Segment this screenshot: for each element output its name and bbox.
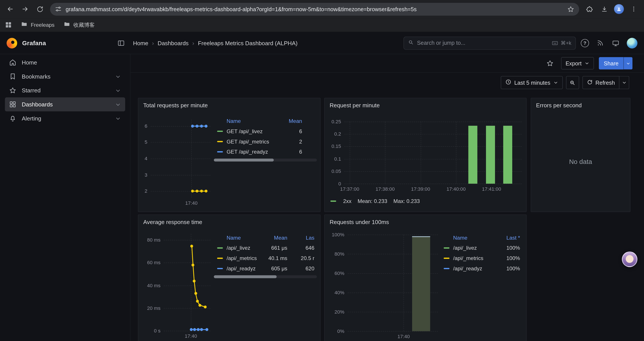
legend-column-header[interactable]: Mean <box>278 118 302 124</box>
legend-series-name[interactable]: /api/_metrics <box>453 255 494 261</box>
legend-series-name[interactable]: GET /api/_metrics <box>227 138 278 145</box>
breadcrumb-dashboards[interactable]: Dashboards <box>158 40 188 46</box>
legend-series-name[interactable]: GET /api/_livez <box>227 128 278 134</box>
legend-series-value: 100% <box>494 265 520 272</box>
legend-scrollbar[interactable] <box>214 159 317 162</box>
legend-series-name[interactable]: /api/_livez <box>453 245 494 251</box>
profile-avatar[interactable] <box>614 4 624 14</box>
bookmark-blog[interactable]: 收藏博客 <box>64 21 95 29</box>
y-tick-label: 60 ms <box>138 260 160 265</box>
sidebar-item-bookmarks[interactable]: Bookmarks <box>5 69 125 83</box>
legend-column-header[interactable]: Name <box>227 234 259 240</box>
search-input[interactable] <box>417 40 548 46</box>
site-settings-icon[interactable] <box>55 6 62 12</box>
bookmark-freeleaps[interactable]: Freeleaps <box>21 21 54 29</box>
legend-series-name[interactable]: /api/_livez <box>227 245 259 251</box>
panel-title[interactable]: Total requests per minute <box>138 98 320 112</box>
legend-row[interactable]: /api/_metrics100% <box>440 253 526 263</box>
series-point <box>205 125 208 128</box>
toggle-sidebar-icon[interactable] <box>115 37 127 49</box>
panel-title[interactable]: Request per minute <box>325 98 526 112</box>
legend-row[interactable]: /api/_metrics40.1 ms20.5 r <box>214 253 320 263</box>
share-button[interactable]: Share <box>599 57 624 69</box>
scrollbar-thumb[interactable] <box>214 275 277 278</box>
forward-button[interactable] <box>18 2 32 16</box>
legend-series-name[interactable]: /api/_readyz <box>453 265 494 272</box>
series-color-dash <box>217 141 223 142</box>
sidebar-item-dashboards[interactable]: Dashboards <box>5 97 125 112</box>
x-tick-label: 17:40 <box>398 334 410 339</box>
legend-row[interactable]: /api/_readyz100% <box>440 263 526 274</box>
y-tick-label: 20% <box>325 309 344 314</box>
legend-series-value: 646 <box>287 245 314 251</box>
refresh-interval-caret[interactable] <box>620 76 629 89</box>
menu-kebab-icon[interactable] <box>627 2 641 16</box>
legend-column-header[interactable]: Last * <box>494 234 520 240</box>
grafana-logo[interactable] <box>6 38 17 48</box>
sidebar-item-starred[interactable]: Starred <box>5 83 125 97</box>
panel-errors-per-second: Errors per second No data <box>531 98 630 212</box>
help-icon[interactable]: ? <box>581 39 589 47</box>
legend-column-header[interactable]: Name <box>227 118 278 124</box>
legend-row[interactable]: GET /api/_livez6 <box>214 126 320 137</box>
kiosk-monitor-icon[interactable] <box>610 37 622 49</box>
bar-series-segment <box>486 126 495 184</box>
x-tick-label: 17:40 <box>185 201 198 205</box>
apps-grid-icon[interactable] <box>5 21 12 28</box>
legend-row[interactable]: /api/_readyz605 μs620 <box>214 263 320 274</box>
breadcrumb-home[interactable]: Home <box>133 40 148 46</box>
export-button[interactable]: Export <box>561 57 594 69</box>
legend-column-header[interactable]: Las <box>287 234 314 240</box>
legend-column-header[interactable]: Mean <box>259 234 287 240</box>
bookmark-star-icon[interactable] <box>567 6 574 13</box>
chevron-down-icon[interactable] <box>115 87 121 94</box>
y-tick-label: 0.1 <box>325 156 341 161</box>
search-box[interactable]: ⌘+k <box>404 37 576 50</box>
legend-series-value: 100% <box>494 245 520 251</box>
user-avatar[interactable] <box>627 38 638 48</box>
sidebar-item-label: Starred <box>22 87 40 94</box>
browser-toolbar <box>0 0 644 18</box>
legend-scrollbar[interactable] <box>214 275 317 278</box>
bar-series-segment <box>412 236 430 331</box>
panel-title[interactable]: Average response time <box>138 215 320 229</box>
legend-column-header[interactable]: Name <box>453 234 494 240</box>
panel-title[interactable]: Requests under 100ms <box>325 215 526 229</box>
series-point <box>206 328 208 331</box>
chevron-down-icon[interactable] <box>115 73 121 80</box>
legend-series-name[interactable]: /api/_metrics <box>227 255 259 261</box>
legend-series-name[interactable]: /api/_readyz <box>227 265 259 272</box>
series-point <box>190 328 193 331</box>
favorite-star-icon[interactable] <box>544 57 556 69</box>
series-mean: Mean: 0.233 <box>358 198 387 204</box>
legend-2xx[interactable]: 2xx Mean: 0.233 Max: 0.233 <box>330 198 420 204</box>
chevron-down-icon[interactable] <box>115 101 121 108</box>
time-range-picker[interactable]: Last 5 minutes <box>501 76 562 89</box>
series-color-dash <box>217 247 223 249</box>
legend-row[interactable]: GET /api/_readyz6 <box>214 147 320 157</box>
back-button[interactable] <box>3 2 17 16</box>
brand-title: Grafana <box>22 40 46 47</box>
y-tick-label: 40 ms <box>138 283 160 288</box>
sidebar-item-alerting[interactable]: Alerting <box>5 111 125 125</box>
address-bar[interactable] <box>50 3 579 15</box>
refresh-button[interactable]: Refresh <box>582 76 620 89</box>
legend-row[interactable]: /api/_livez661 μs646 <box>214 243 320 253</box>
extensions-icon[interactable] <box>582 2 596 16</box>
chevron-down-icon[interactable] <box>115 115 121 121</box>
legend-series-name[interactable]: GET /api/_readyz <box>227 149 278 155</box>
share-caret-button[interactable] <box>624 57 632 69</box>
legend-row[interactable]: /api/_livez100% <box>440 243 526 253</box>
panel-title[interactable]: Errors per second <box>531 98 630 112</box>
url-input[interactable] <box>66 6 563 12</box>
assistant-avatar[interactable] <box>622 251 638 267</box>
scrollbar-thumb[interactable] <box>214 159 274 162</box>
zoom-out-button[interactable] <box>566 76 579 89</box>
refresh-icon <box>587 79 592 86</box>
series-point <box>197 328 200 331</box>
news-rss-icon[interactable] <box>594 37 606 49</box>
downloads-icon[interactable] <box>597 2 611 16</box>
sidebar-item-home[interactable]: Home <box>5 56 125 70</box>
reload-button[interactable] <box>33 2 47 16</box>
legend-row[interactable]: GET /api/_metrics2 <box>214 137 320 147</box>
